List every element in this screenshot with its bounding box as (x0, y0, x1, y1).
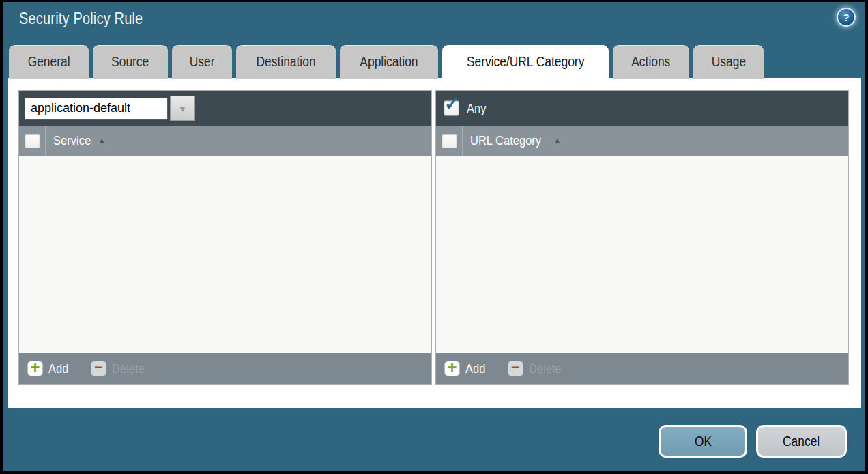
service-footer: + Add − Delete (19, 353, 431, 384)
delete-minus-icon: − (91, 361, 106, 376)
tab-service-url-category[interactable]: Service/URL Category (442, 45, 609, 79)
tab-bar: General Source User Destination Applicat… (9, 45, 764, 79)
service-dropdown-button[interactable]: ▼ (170, 96, 195, 121)
dialog-button-row: OK Cancel (659, 425, 847, 458)
sort-ascending-icon: ▲ (98, 137, 106, 145)
service-delete-button[interactable]: − Delete (91, 361, 149, 376)
service-panel: application-default ▼ Service ▲ + (18, 90, 432, 385)
service-select-all-checkbox[interactable] (25, 133, 40, 149)
tab-general[interactable]: General (9, 45, 89, 79)
cancel-button[interactable]: Cancel (756, 425, 847, 458)
url-category-select-all-checkbox[interactable] (442, 133, 457, 149)
help-icon[interactable]: ? (837, 8, 856, 27)
url-category-select-all-cell (436, 126, 463, 156)
sort-ascending-icon: ▲ (553, 137, 562, 145)
add-plus-icon: + (444, 361, 460, 376)
service-toolbar: application-default ▼ (19, 91, 431, 126)
any-checkbox[interactable]: ✓ (444, 100, 459, 116)
question-mark-glyph: ? (843, 12, 849, 23)
service-column-header[interactable]: Service ▲ (53, 133, 106, 148)
tab-user[interactable]: User (172, 45, 232, 79)
url-category-panel: ✓ Any URL Category ▲ + Add (435, 90, 849, 385)
service-dropdown[interactable]: application-default ▼ (25, 96, 195, 121)
security-policy-rule-dialog: Security Policy Rule ? General Source Us… (0, 0, 868, 474)
url-category-toolbar: ✓ Any (436, 91, 848, 126)
url-category-footer: + Add − Delete (436, 353, 848, 384)
service-dropdown-value[interactable]: application-default (25, 98, 168, 120)
add-plus-icon: + (27, 361, 43, 376)
any-label: Any (467, 101, 486, 116)
service-list (19, 156, 431, 353)
tab-destination[interactable]: Destination (236, 45, 336, 79)
dialog-title: Security Policy Rule (19, 10, 143, 28)
service-column-header-row: Service ▲ (19, 126, 431, 156)
tab-source[interactable]: Source (93, 45, 167, 79)
checkmark-icon: ✓ (444, 95, 460, 113)
ok-button[interactable]: OK (659, 425, 747, 458)
dialog-body: application-default ▼ Service ▲ + (8, 78, 861, 408)
url-category-column-header-row: URL Category ▲ (436, 126, 848, 156)
url-category-column-header[interactable]: URL Category ▲ (470, 133, 562, 148)
url-category-delete-button[interactable]: − Delete (508, 361, 566, 376)
tab-application[interactable]: Application (340, 45, 438, 79)
tab-usage[interactable]: Usage (693, 45, 764, 79)
url-category-add-button[interactable]: + Add (444, 361, 489, 376)
service-select-all-cell (19, 126, 46, 156)
chevron-down-icon: ▼ (178, 104, 188, 113)
url-category-list (436, 156, 848, 353)
delete-minus-icon: − (508, 361, 523, 376)
tab-actions[interactable]: Actions (613, 45, 689, 79)
service-add-button[interactable]: + Add (27, 361, 72, 376)
